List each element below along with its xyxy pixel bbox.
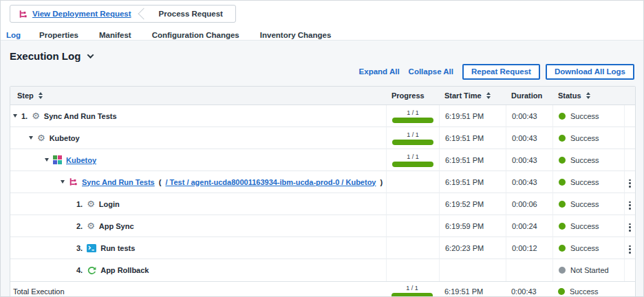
step-cell: 1.⚙Sync And Run Tests bbox=[10, 105, 386, 127]
duration-cell: 0:00:43 bbox=[506, 149, 552, 171]
actions-cell bbox=[624, 237, 635, 259]
rollback-icon bbox=[87, 266, 96, 274]
step-number: 1. bbox=[76, 200, 83, 208]
progress-bar: 1 / 1 bbox=[392, 153, 433, 167]
table-row: Sync And Run Tests(/ Test / agent-ucda80… bbox=[10, 171, 635, 193]
process-icon bbox=[69, 177, 78, 186]
status-cell: Success bbox=[552, 127, 624, 149]
column-header-actions bbox=[624, 87, 635, 105]
status-cell: Success bbox=[552, 171, 624, 193]
status-badge: Not Started bbox=[570, 266, 609, 274]
start-time-cell: 6:19:51 PM bbox=[439, 171, 506, 193]
gear-icon: ⚙ bbox=[32, 111, 40, 120]
progress-bar-fill bbox=[392, 140, 433, 145]
table-row: 1.⚙Sync And Run Tests1 / 16:19:51 PM0:00… bbox=[10, 105, 635, 127]
caret-down-icon[interactable] bbox=[29, 136, 33, 140]
gear-icon: ⚙ bbox=[37, 133, 45, 142]
gear-icon: ⚙ bbox=[87, 221, 95, 230]
step-number: 4. bbox=[76, 266, 83, 274]
progress-cell: 1 / 1 bbox=[386, 127, 439, 149]
actions-cell bbox=[624, 193, 635, 215]
start-time-cell: 6:19:51 PM bbox=[439, 149, 506, 171]
sort-icon[interactable] bbox=[586, 92, 590, 99]
progress-label: 1 / 1 bbox=[392, 109, 433, 116]
step-label: App Sync bbox=[99, 222, 134, 230]
terminal-icon bbox=[87, 244, 96, 252]
section-header: Execution Log bbox=[10, 50, 634, 62]
progress-bar: 1 / 1 bbox=[391, 285, 433, 297]
kebab-menu-icon[interactable] bbox=[625, 199, 634, 212]
duration-cell bbox=[506, 259, 552, 281]
process-icon bbox=[19, 10, 28, 19]
progress-cell: 1 / 1 bbox=[386, 149, 439, 171]
status-badge: Success bbox=[570, 112, 599, 120]
step-cell: 1.⚙Login bbox=[10, 193, 386, 215]
status-cell: Success bbox=[552, 237, 624, 259]
progress-cell bbox=[386, 193, 439, 215]
status-badge: Success bbox=[570, 222, 599, 230]
column-header-step[interactable]: Step bbox=[10, 87, 386, 105]
caret-down-icon[interactable] bbox=[45, 158, 49, 162]
repeat-request-button[interactable]: Repeat Request bbox=[462, 64, 540, 80]
step-label[interactable]: Kubetoy bbox=[66, 156, 96, 164]
column-header-progress: Progress bbox=[386, 87, 439, 105]
step-label[interactable]: Sync And Run Tests bbox=[82, 178, 155, 186]
kebab-menu-icon[interactable] bbox=[625, 177, 634, 190]
status-dot bbox=[559, 223, 566, 230]
expand-all-link[interactable]: Expand All bbox=[359, 67, 400, 76]
kebab-menu-icon[interactable] bbox=[625, 221, 634, 234]
step-cell: 3.Run tests bbox=[10, 237, 386, 259]
duration-cell: 0:00:43 bbox=[506, 105, 552, 127]
breadcrumb-back[interactable]: View Deployment Request bbox=[10, 6, 144, 22]
duration-cell: 0:00:24 bbox=[506, 215, 552, 237]
progress-cell bbox=[386, 171, 439, 193]
chevron-down-icon[interactable] bbox=[87, 52, 94, 58]
column-header-status[interactable]: Status bbox=[552, 87, 624, 105]
table-header-row: StepProgressStart TimeDurationStatus bbox=[10, 87, 635, 105]
progress-cell bbox=[386, 237, 439, 259]
step-cell: Kubetoy bbox=[10, 149, 386, 171]
step-number: 1. bbox=[21, 112, 28, 120]
column-header-duration: Duration bbox=[506, 87, 552, 105]
step-label: Run tests bbox=[100, 244, 135, 252]
view-deployment-request-link[interactable]: View Deployment Request bbox=[32, 10, 131, 18]
step-path-link[interactable]: / Test / agent-ucda80001163934-ibm-ucda-… bbox=[165, 178, 376, 186]
total-status-cell: Success bbox=[552, 281, 624, 297]
table-row: ⚙Kubetoy1 / 16:19:51 PM0:00:43Success bbox=[10, 127, 635, 149]
progress-label: 1 / 1 bbox=[391, 285, 433, 292]
caret-down-icon[interactable] bbox=[61, 180, 65, 184]
status-badge: Success bbox=[570, 287, 599, 296]
sort-icon[interactable] bbox=[39, 92, 43, 99]
actions-cell bbox=[624, 215, 635, 237]
status-dot bbox=[559, 135, 566, 142]
duration-cell: 0:00:12 bbox=[506, 237, 552, 259]
start-time-cell: 6:19:51 PM bbox=[439, 127, 506, 149]
page-title: Execution Log bbox=[10, 50, 80, 62]
collapse-all-link[interactable]: Collapse All bbox=[409, 67, 453, 76]
progress-cell: 1 / 1 bbox=[386, 105, 439, 127]
column-header-start-time[interactable]: Start Time bbox=[439, 87, 506, 105]
step-cell: Sync And Run Tests(/ Test / agent-ucda80… bbox=[10, 171, 386, 193]
table-row: 1.⚙Login6:19:52 PM0:00:06Success bbox=[10, 193, 635, 215]
download-all-logs-button[interactable]: Download All Logs bbox=[546, 64, 634, 80]
total-execution-row: Total Execution1 / 16:19:51 PM0:00:43Suc… bbox=[10, 281, 635, 297]
status-dot bbox=[559, 113, 566, 120]
start-time-cell: 6:19:51 PM bbox=[439, 105, 506, 127]
progress-bar: 1 / 1 bbox=[392, 131, 433, 145]
breadcrumb: View Deployment Request Process Request bbox=[10, 5, 236, 23]
kebab-menu-icon[interactable] bbox=[625, 243, 634, 256]
duration-cell: 0:00:06 bbox=[506, 193, 552, 215]
progress-bar: 1 / 1 bbox=[392, 109, 433, 123]
component-icon bbox=[53, 155, 62, 164]
status-dot bbox=[559, 179, 566, 186]
gear-icon: ⚙ bbox=[87, 199, 95, 208]
progress-cell bbox=[386, 259, 439, 281]
step-label: Login bbox=[99, 200, 120, 208]
status-cell: Not Started bbox=[552, 259, 624, 281]
breadcrumb-current: Process Request bbox=[144, 6, 235, 22]
sort-icon[interactable] bbox=[486, 92, 491, 99]
caret-down-icon[interactable] bbox=[13, 114, 17, 118]
status-dot bbox=[559, 267, 566, 274]
step-cell: 2.⚙App Sync bbox=[10, 215, 386, 237]
status-badge: Success bbox=[570, 134, 599, 142]
